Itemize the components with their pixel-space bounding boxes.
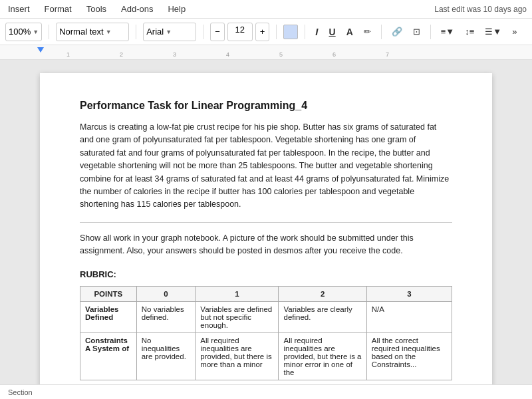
row2-category: Constraints A System of bbox=[80, 333, 137, 380]
line-spacing-icon[interactable]: ↕≡ bbox=[462, 23, 477, 41]
divider-2 bbox=[136, 25, 136, 39]
italic-button[interactable]: I bbox=[312, 23, 321, 41]
ruler-mark-7: 7 bbox=[386, 51, 389, 58]
menu-addons[interactable]: Add-ons bbox=[118, 3, 156, 15]
toolbar: 100% ▼ Normal text ▼ Arial ▼ − 12 + I U … bbox=[0, 19, 532, 45]
divider-7 bbox=[430, 25, 431, 39]
font-group: Arial ▼ bbox=[143, 23, 196, 41]
pencil-icon[interactable]: ✏ bbox=[360, 23, 374, 41]
row1-category: Variables Defined bbox=[80, 302, 137, 333]
table-row: Constraints A System of No inequalities … bbox=[80, 333, 452, 380]
color-highlight-swatch[interactable] bbox=[283, 25, 298, 39]
divider-3 bbox=[203, 25, 203, 39]
divider-6 bbox=[381, 25, 382, 39]
col-header-3: 3 bbox=[366, 287, 452, 302]
ruler-mark-4: 4 bbox=[226, 51, 229, 58]
more-icon[interactable]: » bbox=[509, 23, 520, 41]
col-header-points: POINTS bbox=[80, 287, 137, 302]
menu-help[interactable]: Help bbox=[165, 3, 188, 15]
zoom-select[interactable]: 100% ▼ bbox=[5, 23, 42, 41]
document-title: Performance Task for Linear Programming_… bbox=[80, 100, 452, 112]
style-group: Normal text ▼ bbox=[56, 23, 129, 41]
divider-4 bbox=[276, 25, 277, 39]
ruler-mark-1: 1 bbox=[66, 51, 70, 58]
menu-format[interactable]: Format bbox=[42, 3, 74, 15]
zoom-group: 100% ▼ bbox=[5, 23, 42, 41]
last-edit-label: Last edit was 10 days ago bbox=[434, 5, 527, 14]
divider-5 bbox=[305, 25, 305, 39]
text-color-button[interactable]: A bbox=[343, 23, 356, 41]
row2-col2: All required inequalities are provided, … bbox=[279, 333, 366, 380]
row2-col3: All the correct required inequalities ba… bbox=[366, 333, 452, 380]
row1-col0: No variables defined. bbox=[136, 302, 196, 333]
image-icon[interactable]: ⊡ bbox=[410, 23, 424, 41]
col-header-2: 2 bbox=[279, 287, 366, 302]
menu-tools[interactable]: Tools bbox=[84, 3, 109, 15]
font-size-minus[interactable]: − bbox=[210, 23, 225, 41]
ruler-indent-marker[interactable] bbox=[37, 47, 44, 53]
table-row: Variables Defined No variables defined. … bbox=[80, 302, 452, 333]
style-value: Normal text bbox=[59, 27, 103, 37]
align-icon[interactable]: ≡▼ bbox=[438, 23, 458, 41]
row2-col0: No inequalities are provided. bbox=[136, 333, 196, 380]
document-area: Performance Task for Linear Programming_… bbox=[0, 60, 532, 384]
font-value: Arial bbox=[146, 27, 164, 37]
menu-bar: Insert Format Tools Add-ons Help Last ed… bbox=[0, 0, 532, 19]
ruler-mark-2: 2 bbox=[120, 51, 123, 58]
ruler-mark-3: 3 bbox=[173, 51, 176, 58]
rubric-table-header: POINTS 0 1 2 3 bbox=[80, 287, 452, 302]
col-header-1: 1 bbox=[196, 287, 279, 302]
list-icon[interactable]: ☰▼ bbox=[481, 23, 505, 41]
style-select[interactable]: Normal text ▼ bbox=[56, 23, 129, 41]
rubric-table-body: Variables Defined No variables defined. … bbox=[80, 302, 452, 380]
zoom-value: 100% bbox=[9, 27, 31, 37]
page[interactable]: Performance Task for Linear Programming_… bbox=[40, 73, 492, 384]
rubric-label: RUBRIC: bbox=[80, 269, 452, 279]
col-header-0: 0 bbox=[136, 287, 196, 302]
fontsize-group: − 12 + bbox=[210, 23, 269, 41]
row1-col3: N/A bbox=[366, 302, 452, 333]
font-arrow: ▼ bbox=[166, 29, 172, 35]
underline-button[interactable]: U bbox=[326, 23, 339, 41]
ruler: 1 2 3 4 5 6 7 bbox=[0, 45, 532, 60]
section-divider bbox=[80, 222, 452, 223]
body-text: Marcus is creating a low-fat pie crust r… bbox=[80, 122, 449, 209]
status-section: Section bbox=[8, 388, 33, 396]
ruler-mark-5: 5 bbox=[279, 51, 283, 58]
row1-col2: Variables are clearly defined. bbox=[279, 302, 366, 333]
font-size-plus[interactable]: + bbox=[255, 23, 270, 41]
row2-col1: All required inequalities are provided, … bbox=[196, 333, 279, 380]
link-icon[interactable]: 🔗 bbox=[388, 23, 406, 41]
font-size-input[interactable]: 12 bbox=[227, 23, 253, 41]
ruler-mark-6: 6 bbox=[332, 51, 336, 58]
font-select[interactable]: Arial ▼ bbox=[143, 23, 196, 41]
show-work-text: Show all work in your graph notebook. A … bbox=[80, 232, 452, 258]
style-arrow: ▼ bbox=[106, 29, 112, 35]
row1-col1: Variables are defined but not specific e… bbox=[196, 302, 279, 333]
table-header-row: POINTS 0 1 2 3 bbox=[80, 287, 452, 302]
document-body: Marcus is creating a low-fat pie crust r… bbox=[80, 121, 452, 211]
menu-insert[interactable]: Insert bbox=[5, 3, 33, 15]
rubric-table: POINTS 0 1 2 3 Variables Defined No vari… bbox=[80, 286, 452, 380]
zoom-arrow: ▼ bbox=[33, 29, 39, 35]
status-bar: Section bbox=[0, 384, 532, 399]
divider-1 bbox=[49, 25, 49, 39]
